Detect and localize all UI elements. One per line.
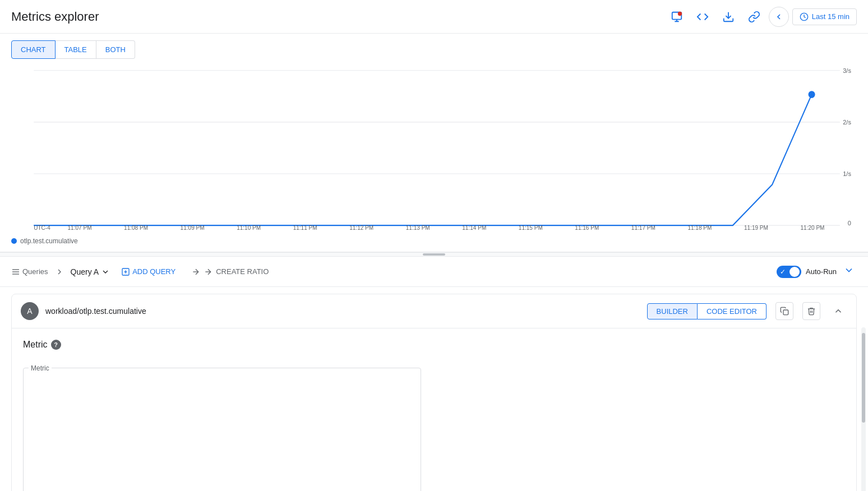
- create-ratio-label: CREATE RATIO: [216, 267, 269, 276]
- chart-tabs: CHART TABLE BOTH: [0, 34, 868, 59]
- svg-point-12: [809, 91, 815, 98]
- time-range-btn[interactable]: Last 15 min: [792, 8, 857, 25]
- svg-text:UTC-4: UTC-4: [34, 224, 50, 230]
- menu-icon: [11, 267, 20, 276]
- svg-text:0: 0: [848, 220, 851, 226]
- svg-text:11:13 PM: 11:13 PM: [406, 224, 430, 230]
- collapse-queries-btn[interactable]: [841, 262, 857, 281]
- svg-text:11:10 PM: 11:10 PM: [237, 224, 261, 230]
- legend-label: otlp.test.cumulative: [20, 237, 78, 245]
- delete-query-btn[interactable]: [802, 302, 820, 320]
- query-panel: A workload/otlp.test.cumulative BUILDER …: [11, 294, 857, 491]
- create-ratio-btn[interactable]: CREATE RATIO: [187, 265, 273, 279]
- metric-section-title: Metric ?: [23, 340, 845, 350]
- tab-table[interactable]: TABLE: [56, 40, 96, 59]
- query-panel-tabs: BUILDER CODE EDITOR: [647, 303, 767, 319]
- link-icon-btn[interactable]: [743, 6, 765, 28]
- svg-text:11:08 PM: 11:08 PM: [124, 224, 148, 230]
- chart-svg: 3/s 2/s 1/s 0 UTC-4 11:07 PM 11:08 PM 11…: [11, 64, 857, 233]
- copy-icon: [780, 307, 789, 316]
- query-panel-title: workload/otlp.test.cumulative: [45, 307, 640, 316]
- query-selector[interactable]: Query A: [71, 267, 110, 276]
- query-body: Metric ? Metric VM Instance - workload/o…: [12, 328, 856, 491]
- transform-field-group: Transform Rate ▼: [447, 485, 845, 492]
- legend-dot: [11, 238, 17, 244]
- svg-text:2/s: 2/s: [843, 119, 851, 126]
- scrollbar-thumb[interactable]: [862, 333, 865, 423]
- query-panel-header: A workload/otlp.test.cumulative BUILDER …: [12, 294, 856, 328]
- query-bar: Queries Query A ADD QUERY CREATE RATIO ✓…: [0, 257, 868, 287]
- query-panel-wrapper: A workload/otlp.test.cumulative BUILDER …: [0, 294, 868, 491]
- metric-field-row: Metric VM Instance - workload/otlp.test.…: [23, 359, 845, 491]
- page-title: Metrics explorer: [11, 10, 99, 24]
- svg-text:11:19 PM: 11:19 PM: [744, 224, 768, 230]
- add-query-icon: [121, 267, 130, 276]
- svg-text:11:17 PM: 11:17 PM: [631, 224, 655, 230]
- tab-builder[interactable]: BUILDER: [647, 303, 698, 319]
- svg-text:11:07 PM: 11:07 PM: [68, 224, 92, 230]
- auto-run-label: Auto-Run: [806, 267, 837, 276]
- collapse-panel-btn[interactable]: [829, 302, 847, 320]
- svg-point-1: [678, 11, 682, 15]
- svg-text:11:16 PM: 11:16 PM: [575, 224, 599, 230]
- time-range-label: Last 15 min: [812, 12, 849, 21]
- auto-run-toggle[interactable]: ✓: [777, 266, 801, 278]
- resize-bar: [423, 253, 445, 256]
- svg-text:11:20 PM: 11:20 PM: [800, 224, 824, 230]
- metric-field-label: Metric: [29, 364, 52, 372]
- delete-icon: [807, 307, 816, 316]
- metric-help-icon[interactable]: ?: [51, 340, 61, 350]
- query-selector-chevron-icon: [101, 267, 110, 276]
- header-actions: Last 15 min: [666, 6, 857, 28]
- tab-both[interactable]: BOTH: [96, 40, 135, 59]
- query-avatar: A: [21, 302, 39, 320]
- chart-area: 3/s 2/s 1/s 0 UTC-4 11:07 PM 11:08 PM 11…: [11, 64, 857, 233]
- svg-text:3/s: 3/s: [843, 67, 851, 74]
- svg-text:11:15 PM: 11:15 PM: [519, 224, 543, 230]
- copy-query-btn[interactable]: [775, 302, 793, 320]
- collapse-icon: [833, 306, 843, 316]
- queries-label: Queries: [22, 267, 48, 276]
- add-query-btn[interactable]: ADD QUERY: [117, 265, 180, 279]
- svg-text:1/s: 1/s: [843, 170, 851, 177]
- queries-menu[interactable]: Queries: [11, 267, 48, 276]
- notification-icon-btn[interactable]: [666, 6, 688, 28]
- tab-chart[interactable]: CHART: [11, 40, 56, 59]
- svg-text:11:09 PM: 11:09 PM: [181, 224, 205, 230]
- svg-text:11:12 PM: 11:12 PM: [349, 224, 373, 230]
- resize-handle[interactable]: [0, 252, 868, 257]
- svg-text:11:14 PM: 11:14 PM: [462, 224, 486, 230]
- create-ratio-icon: [191, 267, 200, 276]
- tab-code-editor[interactable]: CODE EDITOR: [698, 303, 767, 319]
- metric-field-group: Metric VM Instance - workload/otlp.test.…: [23, 359, 421, 491]
- chart-legend: otlp.test.cumulative: [0, 233, 868, 252]
- header: Metrics explorer Last 15 min: [0, 0, 868, 34]
- add-query-label: ADD QUERY: [132, 267, 176, 276]
- auto-run-section: ✓ Auto-Run: [777, 262, 857, 281]
- chart-section: CHART TABLE BOTH 3/s 2/s 1/s 0 UTC-4 11:…: [0, 34, 868, 252]
- svg-rect-36: [783, 310, 788, 315]
- breadcrumb-chevron-icon: [55, 267, 64, 276]
- download-icon-btn[interactable]: [717, 6, 740, 28]
- svg-text:11:18 PM: 11:18 PM: [687, 224, 712, 230]
- svg-text:11:11 PM: 11:11 PM: [293, 224, 317, 230]
- query-selector-label: Query A: [71, 267, 99, 276]
- code-icon-btn[interactable]: [691, 6, 714, 28]
- create-ratio-icon2: [204, 267, 213, 276]
- panel-scrollbar[interactable]: [861, 327, 866, 491]
- metric-select[interactable]: VM Instance - workload/otlp.test.cumulat…: [23, 368, 421, 491]
- back-btn[interactable]: [769, 7, 789, 27]
